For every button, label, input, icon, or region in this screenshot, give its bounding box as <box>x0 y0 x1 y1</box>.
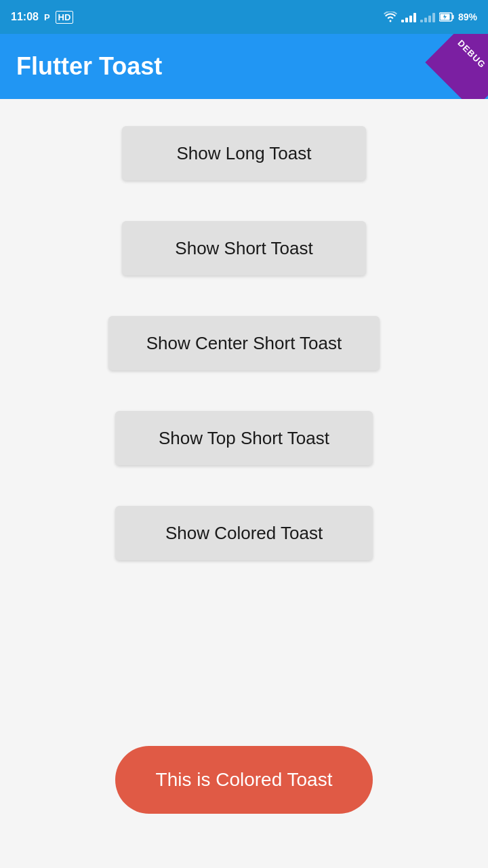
svg-rect-2 <box>452 15 453 19</box>
show-top-short-toast-button[interactable]: Show Top Short Toast <box>115 411 373 465</box>
signal-bar-2-2 <box>424 18 427 22</box>
show-center-short-toast-button[interactable]: Show Center Short Toast <box>108 316 380 370</box>
show-short-toast-button[interactable]: Show Short Toast <box>122 221 366 275</box>
main-content: Show Long Toast Show Short Toast Show Ce… <box>0 99 488 868</box>
wifi-icon <box>384 12 397 22</box>
app-title: Flutter Toast <box>16 52 162 81</box>
battery-icon <box>439 12 454 22</box>
status-bar-left: 11:08 P HD <box>11 11 73 24</box>
signal-bars-2 <box>420 12 435 22</box>
status-bar-right: 89% <box>384 12 477 22</box>
hd-label: HD <box>56 11 74 24</box>
status-time: 11:08 <box>11 11 39 23</box>
signal-bar-1 <box>401 20 404 22</box>
p-icon: P <box>44 12 50 22</box>
battery-percent: 89% <box>458 12 477 22</box>
signal-bar-2 <box>405 18 408 22</box>
signal-bars <box>401 12 416 22</box>
signal-bar-3 <box>409 16 412 22</box>
status-bar: 11:08 P HD <box>0 0 488 34</box>
colored-toast-text: This is Colored Toast <box>156 769 333 791</box>
app-bar: Flutter Toast DEBUG <box>0 34 488 99</box>
colored-toast: This is Colored Toast <box>115 746 373 814</box>
signal-bar-2-4 <box>432 13 435 22</box>
signal-bar-2-3 <box>428 16 431 22</box>
signal-bar-2-1 <box>420 20 423 22</box>
show-colored-toast-button[interactable]: Show Colored Toast <box>115 506 373 560</box>
signal-bar-4 <box>413 13 416 22</box>
show-long-toast-button[interactable]: Show Long Toast <box>122 126 366 180</box>
